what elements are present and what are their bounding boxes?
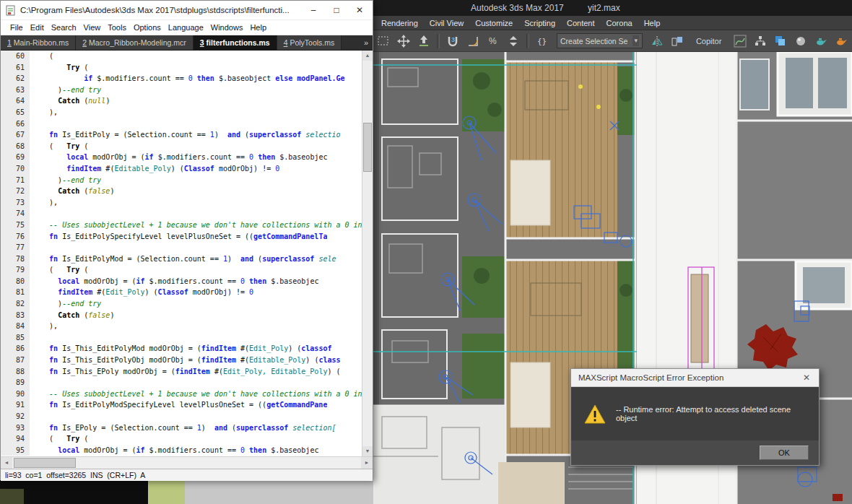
code-line[interactable]: 77 [1,242,362,253]
error-dialog-titlebar[interactable]: MAXScript MacroScript Error Exception ✕ [571,369,819,387]
max-menu-civil-view[interactable]: Civil View [424,19,469,27]
editor-menu-edit[interactable]: Edit [27,23,48,32]
max-menu-corona[interactable]: Corona [601,19,638,27]
code-line[interactable]: 89 [1,377,362,388]
max-menu-rendering[interactable]: Rendering [375,19,424,27]
select-and-move-icon[interactable] [395,32,412,50]
mirror-icon[interactable] [648,32,666,50]
code-line[interactable]: 87 fn Is_This_EditPolyObj modOrObj = (fi… [1,355,362,366]
error-dialog-close-icon[interactable]: ✕ [801,373,812,383]
selection-region-icon[interactable] [375,32,392,50]
editor-menu-help[interactable]: Help [246,23,270,32]
editor-tab-3[interactable]: 3 filterfunctions.ms [194,35,277,50]
code-line[interactable]: 70 findItem #(Editable_Poly) (Classof mo… [1,163,362,175]
horizontal-scroll-thumb[interactable] [14,458,76,468]
code-line[interactable]: 81 findItem #(Edit_Poly) (Classof modOrO… [1,287,362,298]
vertical-scroll-thumb[interactable] [363,123,372,172]
scroll-left-icon[interactable]: ◄ [1,457,12,469]
material-editor-icon[interactable] [792,32,809,50]
code-line[interactable]: 75 -- Uses subobjectLevel + 1 because we… [1,220,362,231]
editor-menu-language[interactable]: Language [165,23,207,32]
max-menu-help[interactable]: Help [638,19,666,27]
code-line[interactable]: 64 Catch (null) [1,95,362,107]
code-line[interactable]: 74 [1,208,362,220]
max-menu-customize[interactable]: Customize [469,19,518,27]
editor-tab-2[interactable]: 2 Macro_Ribbon-Modeling.mcr [76,35,194,50]
code-line[interactable]: 92 [1,411,362,422]
line-number: 78 [1,253,30,265]
editor-maximize-icon[interactable]: □ [325,1,348,19]
selection-set-combo[interactable]: Create Selection Se ▾ [557,33,643,48]
code-line[interactable]: 71 )--end try [1,175,362,186]
render-production-icon[interactable] [833,32,850,50]
named-selection-sets-icon[interactable]: {} [534,32,551,50]
percent-snap-icon[interactable]: % [484,32,502,50]
max-menu-content[interactable]: Content [561,19,601,27]
combo-dropdown-icon[interactable]: ▾ [633,35,639,46]
code-line[interactable]: 79 ( Try ( [1,264,362,276]
editor-close-icon[interactable]: ✕ [348,1,371,19]
copitor-button[interactable]: Copitor [696,37,721,45]
editor-menu-tools[interactable]: Tools [104,23,130,32]
code-line[interactable]: 93 fn Is_EPoly = (Selection.count == 1) … [1,422,362,434]
code-line[interactable]: 88 fn Is_This_EPoly modOrObj = (findItem… [1,366,362,378]
code-line[interactable]: 72 Catch (false) [1,186,362,197]
align-icon[interactable] [669,32,686,50]
code-text: )--end try [30,84,101,96]
editor-titlebar[interactable]: C:\Program Files\Autodesk\3ds Max 2017\s… [1,1,373,20]
code-text: local modOrObj = (if $.modifiers.count =… [30,445,318,456]
code-line[interactable]: 85 [1,332,362,344]
tab-scroll-icon[interactable]: » [360,35,373,50]
snaps-toggle-icon[interactable]: 3 [444,32,461,50]
editor-minimize-icon[interactable]: – [302,1,325,19]
code-line[interactable]: 63 )--end try [1,84,362,96]
line-number: 60 [1,51,30,62]
select-and-place-icon[interactable] [415,32,432,50]
code-line[interactable]: 82 )--end try [1,298,362,310]
code-text: ( Try ( [30,264,88,276]
layer-manager-icon[interactable] [772,32,789,50]
code-line[interactable]: 91 fn Is_EditPolyModSpecifyLevel levelPl… [1,399,362,411]
code-line[interactable]: 61 Try ( [1,62,362,74]
code-line[interactable]: 83 Catch (false) [1,310,362,321]
code-line[interactable]: 78 fn Is_EditPolyMod = (Selection.count … [1,253,362,265]
render-setup-icon[interactable] [812,32,830,50]
editor-menu-windows[interactable]: Windows [207,23,247,32]
code-line[interactable]: 76 fn Is_EditPolySpecifyLevel levelPlusO… [1,231,362,243]
editor-menu-search[interactable]: Search [48,23,80,32]
horizontal-scrollbar[interactable]: ◄ ► [1,456,373,469]
code-line[interactable]: 68 ( Try ( [1,141,362,152]
scroll-up-icon[interactable]: ▲ [362,51,373,61]
curve-editor-icon[interactable] [731,32,749,50]
code-line[interactable]: 84 ), [1,321,362,332]
line-number: 67 [1,129,30,141]
scroll-right-icon[interactable]: ► [361,457,373,469]
code-text: fn Is_EPoly = (Selection.count == 1) and… [30,422,336,434]
editor-tab-1[interactable]: 1 Main-Ribbon.ms [1,35,76,50]
code-line[interactable]: 62 if $.modifiers.count == 0 then $.base… [1,73,362,84]
code-line[interactable]: 67 fn Is_EditPoly = (Selection.count == … [1,129,362,141]
editor-tab-4[interactable]: 4 PolyTools.ms [277,35,342,50]
angle-snap-icon[interactable] [464,32,482,50]
code-line[interactable]: 69 local modOrObj = (if $.modifiers.coun… [1,152,362,163]
scroll-down-icon[interactable]: ▼ [362,446,373,456]
editor-code-area[interactable]: 60 (61 Try (62 if $.modifiers.count == 0… [1,51,373,456]
schematic-view-icon[interactable] [752,32,769,50]
vertical-scrollbar[interactable]: ▲ ▼ [362,51,373,456]
editor-menu-view[interactable]: View [80,23,105,32]
code-text: ), [30,107,58,118]
ok-button[interactable]: OK [760,446,809,460]
code-line[interactable]: 73 ), [1,197,362,209]
code-line[interactable]: 86 fn Is_This_EditPolyMod modOrObj = (fi… [1,343,362,355]
code-line[interactable]: 95 local modOrObj = (if $.modifiers.coun… [1,445,362,456]
code-line[interactable]: 80 local modOrObj = (if $.modifiers.coun… [1,276,362,287]
code-line[interactable]: 65 ), [1,107,362,118]
code-line[interactable]: 60 ( [1,51,362,62]
spinner-snap-icon[interactable] [505,32,522,50]
code-line[interactable]: 90 -- Uses subobjectLevel + 1 because we… [1,388,362,400]
editor-menu-file[interactable]: File [6,23,27,32]
editor-menu-options[interactable]: Options [130,23,165,32]
code-line[interactable]: 66 [1,118,362,130]
code-line[interactable]: 94 ( Try ( [1,433,362,445]
max-menu-scripting[interactable]: Scripting [518,19,561,27]
